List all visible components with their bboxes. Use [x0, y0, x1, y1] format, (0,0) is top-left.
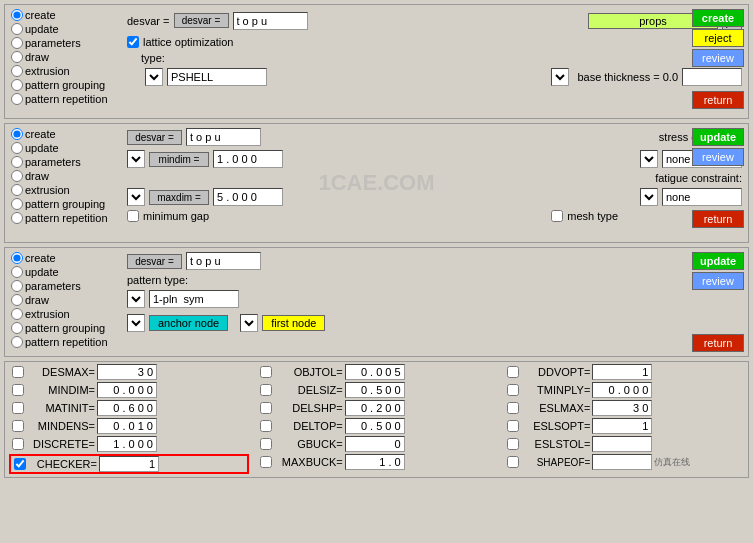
anchor-dropdown[interactable] — [127, 314, 145, 332]
create-button-1[interactable]: create — [692, 9, 744, 27]
label-delsiz: DELSIZ= — [275, 384, 345, 396]
val-delsiz[interactable] — [345, 382, 405, 398]
lattice-checkbox[interactable] — [127, 36, 139, 48]
maxdim-val[interactable] — [213, 188, 283, 206]
return-button-1[interactable]: return — [692, 91, 744, 109]
radio-pattern-repetition-2[interactable]: pattern repetition — [11, 212, 111, 224]
val-deltop[interactable] — [345, 418, 405, 434]
val-gbuck[interactable] — [345, 436, 405, 452]
cb-ddvopt[interactable] — [507, 366, 519, 378]
radio-pattern-repetition-3[interactable]: pattern repetition — [11, 336, 111, 348]
stress-dropdown[interactable] — [640, 150, 658, 168]
cb-eslmax[interactable] — [507, 402, 519, 414]
radio-draw-1[interactable]: draw — [11, 51, 111, 63]
radio-create-3[interactable]: create — [11, 252, 111, 264]
val-maxbuck[interactable] — [345, 454, 405, 470]
cb-delshp[interactable] — [260, 402, 272, 414]
val-matinit[interactable] — [97, 400, 157, 416]
cb-mindens[interactable] — [12, 420, 24, 432]
label-maxbuck: MAXBUCK= — [275, 456, 345, 468]
reject-button-1[interactable]: reject — [692, 29, 744, 47]
cb-gbuck[interactable] — [260, 438, 272, 450]
desvar-btn-1[interactable]: desvar = — [174, 13, 229, 28]
val-eslmax[interactable] — [592, 400, 652, 416]
radio-extrusion-3[interactable]: extrusion — [11, 308, 111, 320]
desvar-btn-3[interactable]: desvar = — [127, 254, 182, 269]
fatigue-dropdown[interactable] — [640, 188, 658, 206]
radio-pattern-grouping-1[interactable]: pattern grouping — [11, 79, 111, 91]
min-gap-checkbox[interactable] — [127, 210, 139, 222]
radio-extrusion-1[interactable]: extrusion — [11, 65, 111, 77]
val-ddvopt[interactable] — [592, 364, 652, 380]
cb-tminply[interactable] — [507, 384, 519, 396]
anchor-node-btn[interactable]: anchor node — [149, 315, 228, 331]
radio-parameters-2[interactable]: parameters — [11, 156, 111, 168]
val-mindens[interactable] — [97, 418, 157, 434]
cb-desmax[interactable] — [12, 366, 24, 378]
mindim-btn[interactable]: mindim = — [149, 152, 209, 167]
radio-draw-2[interactable]: draw — [11, 170, 111, 182]
radio-pattern-repetition-1[interactable]: pattern repetition — [11, 93, 111, 105]
update-button-3[interactable]: update — [692, 252, 744, 270]
cb-delsiz[interactable] — [260, 384, 272, 396]
label-checker: CHECKER= — [29, 458, 99, 470]
review-button-1[interactable]: review — [692, 49, 744, 67]
radio-pattern-grouping-3[interactable]: pattern grouping — [11, 322, 111, 334]
val-tminply[interactable] — [592, 382, 652, 398]
cb-matinit[interactable] — [12, 402, 24, 414]
radio-parameters-1[interactable]: parameters — [11, 37, 111, 49]
val-discrete[interactable] — [97, 436, 157, 452]
type-dropdown[interactable] — [145, 68, 163, 86]
return-button-2[interactable]: return — [692, 210, 744, 228]
cb-deltop[interactable] — [260, 420, 272, 432]
grid-row-eslstol: ESLSTOL= — [504, 436, 744, 452]
mindim-dropdown[interactable] — [127, 150, 145, 168]
radio-parameters-3[interactable]: parameters — [11, 280, 111, 292]
maxdim-dropdown[interactable] — [127, 188, 145, 206]
maxdim-btn[interactable]: maxdim = — [149, 190, 209, 205]
type-value[interactable] — [167, 68, 267, 86]
first-node-dropdown[interactable] — [240, 314, 258, 332]
cb-eslsopt[interactable] — [507, 420, 519, 432]
cb-discrete[interactable] — [12, 438, 24, 450]
radio-update-2[interactable]: update — [11, 142, 111, 154]
review-button-2[interactable]: review — [692, 148, 744, 166]
radio-extrusion-2[interactable]: extrusion — [11, 184, 111, 196]
update-button-2[interactable]: update — [692, 128, 744, 146]
pattern-type-dropdown[interactable] — [127, 290, 145, 308]
first-node-btn[interactable]: first node — [262, 315, 325, 331]
topu-input-2[interactable] — [186, 128, 261, 146]
cb-checker[interactable] — [14, 458, 26, 470]
topu-input-1[interactable] — [233, 12, 308, 30]
cb-maxbuck[interactable] — [260, 456, 272, 468]
topu-input-3[interactable] — [186, 252, 261, 270]
return-button-3[interactable]: return — [692, 334, 744, 352]
val-objtol[interactable] — [345, 364, 405, 380]
pattern-type-val[interactable] — [149, 290, 239, 308]
radio-draw-3[interactable]: draw — [11, 294, 111, 306]
val-delshp[interactable] — [345, 400, 405, 416]
thickness-dropdown[interactable] — [551, 68, 569, 86]
cb-objtol[interactable] — [260, 366, 272, 378]
mesh-type-checkbox[interactable] — [551, 210, 563, 222]
val-desmax[interactable] — [97, 364, 157, 380]
radio-update-1[interactable]: update — [11, 23, 111, 35]
mindim-val[interactable] — [213, 150, 283, 168]
cb-shapeof[interactable] — [507, 456, 519, 468]
cb-mindim[interactable] — [12, 384, 24, 396]
grid-row-desmax: DESMAX= — [9, 364, 249, 380]
val-eslstol[interactable] — [592, 436, 652, 452]
cb-eslstol[interactable] — [507, 438, 519, 450]
val-eslsopt[interactable] — [592, 418, 652, 434]
val-checker[interactable] — [99, 456, 159, 472]
val-mindim[interactable] — [97, 382, 157, 398]
radio-pattern-grouping-2[interactable]: pattern grouping — [11, 198, 111, 210]
review-button-3[interactable]: review — [692, 272, 744, 290]
val-shapeof[interactable] — [592, 454, 652, 470]
radio-update-3[interactable]: update — [11, 266, 111, 278]
label-eslstol: ESLSTOL= — [522, 438, 592, 450]
radio-create-1[interactable]: create — [11, 9, 111, 21]
desvar-btn-2[interactable]: desvar = — [127, 130, 182, 145]
radio-create-2[interactable]: create — [11, 128, 111, 140]
panel1-buttons: create reject review return — [692, 9, 744, 109]
